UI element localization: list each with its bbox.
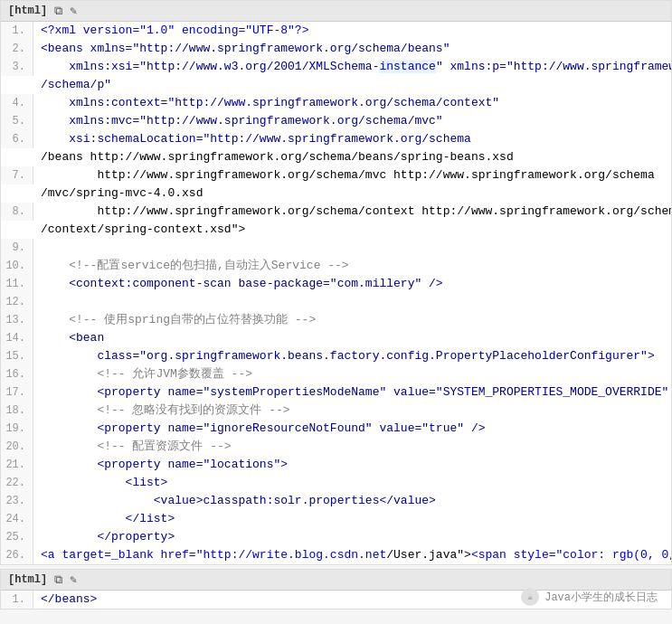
code-line: 8. http://www.springframework.org/schema…	[1, 203, 671, 221]
watermark-text: Java小学生的成长日志	[544, 590, 658, 605]
code-line: 3. xmlns:xsi="http://www.w3.org/2001/XML…	[1, 58, 671, 76]
line-number: 4.	[1, 94, 33, 112]
line-text: <?xml version="1.0" encoding="UTF-8"?>	[33, 22, 671, 40]
line-number: 8.	[1, 203, 33, 221]
line-text: <!-- 配置资源文件 -->	[33, 438, 671, 456]
line-number: 10.	[1, 257, 33, 275]
line-number: 12.	[1, 293, 33, 311]
line-text: <property name="locations">	[33, 456, 671, 474]
line-text: <context:component-scan base-package="co…	[33, 275, 671, 293]
code-line: 9.	[1, 239, 671, 257]
code-line: 16. <!-- 允许JVM参数覆盖 -->	[1, 365, 671, 383]
code-line: /context/spring-context.xsd">	[1, 221, 671, 239]
line-text: <list>	[33, 474, 671, 492]
line-number: 22.	[1, 474, 33, 492]
line-number: 5.	[1, 112, 33, 130]
line-number: 2.	[1, 40, 33, 58]
line-text: </list>	[33, 510, 671, 528]
line-text: <beans xmlns="http://www.springframework…	[33, 40, 671, 58]
line-number: 9.	[1, 239, 33, 257]
line-number: 15.	[1, 347, 33, 365]
line-text: xmlns:context="http://www.springframewor…	[33, 94, 671, 112]
code-line: 11. <context:component-scan base-package…	[1, 275, 671, 293]
line-number: 20.	[1, 438, 33, 456]
line-text: /beans http://www.springframework.org/sc…	[33, 148, 671, 166]
line-text: <value>classpath:solr.properties</value>	[33, 492, 671, 510]
line-number: 3.	[1, 58, 33, 76]
line-number: 16.	[1, 365, 33, 383]
code-line: 17. <property name="systemPropertiesMode…	[1, 383, 671, 402]
header-label-2: [html]	[8, 573, 47, 586]
line-number: 14.	[1, 329, 33, 347]
code-line: 12.	[1, 293, 671, 311]
code-line: 15. class="org.springframework.beans.fac…	[1, 347, 671, 365]
line-number: 11.	[1, 275, 33, 293]
line-number: 17.	[1, 383, 33, 402]
line-number: 26.	[1, 546, 33, 564]
code-line: 5. xmlns:mvc="http://www.springframework…	[1, 112, 671, 130]
code-content-1: 1. <?xml version="1.0" encoding="UTF-8"?…	[1, 22, 671, 564]
line-text: class="org.springframework.beans.factory…	[33, 347, 671, 365]
line-text: xmlns:xsi="http://www.w3.org/2001/XMLSch…	[33, 58, 671, 76]
line-text: <!-- 允许JVM参数覆盖 -->	[33, 365, 671, 383]
line-text: xmlns:mvc="http://www.springframework.or…	[33, 112, 671, 130]
code-line: 22. <list>	[1, 474, 671, 492]
line-text: http://www.springframework.org/schema/co…	[33, 203, 671, 221]
code-line: 13. <!-- 使用spring自带的占位符替换功能 -->	[1, 311, 671, 329]
watermark: ☕ Java小学生的成长日志	[521, 588, 658, 606]
edit-icon-1[interactable]: ✎	[70, 4, 77, 18]
line-number: 6.	[1, 130, 33, 148]
code-block-1: [html] ⧉ ✎ 1. <?xml version="1.0" encodi…	[0, 0, 672, 565]
code-line: 18. <!-- 忽略没有找到的资源文件 -->	[1, 402, 671, 420]
line-number: 19.	[1, 420, 33, 438]
watermark-icon: ☕	[521, 588, 539, 606]
line-number: 24.	[1, 510, 33, 528]
line-text: xsi:schemaLocation="http://www.springfra…	[33, 130, 671, 148]
code-line: 23. <value>classpath:solr.properties</va…	[1, 492, 671, 510]
line-text: /mvc/spring-mvc-4.0.xsd	[33, 184, 671, 203]
code-header-1: [html] ⧉ ✎	[1, 1, 671, 22]
code-line: /beans http://www.springframework.org/sc…	[1, 148, 671, 166]
code-line: 6. xsi:schemaLocation="http://www.spring…	[1, 130, 671, 148]
code-line: 10. <!--配置service的包扫描,自动注入Service -->	[1, 257, 671, 275]
code-line: 25. </property>	[1, 528, 671, 546]
code-line: 14. <bean	[1, 329, 671, 347]
code-line: 19. <property name="ignoreResourceNotFou…	[1, 420, 671, 438]
line-text: http://www.springframework.org/schema/mv…	[33, 166, 671, 184]
line-text: <a target=_blank href="http://write.blog…	[33, 546, 671, 564]
line-text: <!-- 使用spring自带的占位符替换功能 -->	[33, 311, 671, 329]
code-line: 26. <a target=_blank href="http://write.…	[1, 546, 671, 564]
line-text: <property name="systemPropertiesModeName…	[33, 383, 671, 402]
line-text: /context/spring-context.xsd">	[33, 221, 671, 239]
code-line: 1. <?xml version="1.0" encoding="UTF-8"?…	[1, 22, 671, 40]
line-text: /schema/p"	[33, 76, 671, 94]
line-text: <!--配置service的包扫描,自动注入Service -->	[33, 257, 671, 275]
line-text: <bean	[33, 329, 671, 347]
code-line: 7. http://www.springframework.org/schema…	[1, 166, 671, 184]
line-number: 21.	[1, 456, 33, 474]
line-text: <!-- 忽略没有找到的资源文件 -->	[33, 402, 671, 420]
header-label-1: [html]	[8, 5, 47, 17]
line-number: 23.	[1, 492, 33, 510]
line-number: 25.	[1, 528, 33, 546]
code-line: 21. <property name="locations">	[1, 456, 671, 474]
line-number: 7.	[1, 166, 33, 184]
line-text: <property name="ignoreResourceNotFound" …	[33, 420, 671, 438]
code-line: 4. xmlns:context="http://www.springframe…	[1, 94, 671, 112]
code-line: 24. </list>	[1, 510, 671, 528]
copy-icon-1[interactable]: ⧉	[54, 5, 62, 18]
line-number: 18.	[1, 402, 33, 420]
code-line: 2. <beans xmlns="http://www.springframew…	[1, 40, 671, 58]
code-line: 20. <!-- 配置资源文件 -->	[1, 438, 671, 456]
line-number: 13.	[1, 311, 33, 329]
copy-icon-2[interactable]: ⧉	[54, 573, 62, 587]
edit-icon-2[interactable]: ✎	[70, 572, 77, 587]
line-text: </property>	[33, 528, 671, 546]
line-number: 1.	[1, 22, 33, 40]
code-line: /schema/p"	[1, 76, 671, 94]
line-number: 1.	[1, 591, 33, 609]
code-line: /mvc/spring-mvc-4.0.xsd	[1, 184, 671, 203]
